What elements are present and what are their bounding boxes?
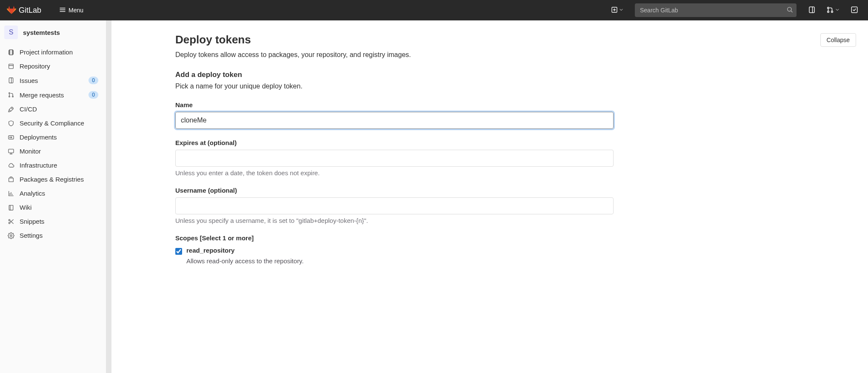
sidebar-item-infrastructure[interactable]: Infrastructure bbox=[3, 158, 103, 172]
sidebar-item-label: Monitor bbox=[20, 148, 98, 155]
token-name-input[interactable] bbox=[175, 112, 614, 129]
main-content: Deploy tokens Collapse Deploy tokens all… bbox=[111, 20, 868, 373]
sidebar-item-deployments[interactable]: Deployments bbox=[3, 130, 103, 144]
username-label: Username (optional) bbox=[175, 187, 614, 194]
scopes-label: Scopes [Select 1 or more] bbox=[175, 234, 614, 242]
sidebar-item-wiki[interactable]: Wiki bbox=[3, 200, 103, 214]
sidebar-item-label: CI/CD bbox=[20, 105, 98, 113]
book-icon bbox=[8, 204, 14, 211]
sidebar-item-label: Wiki bbox=[20, 204, 98, 211]
issues-icon bbox=[8, 77, 14, 84]
scope-description: Allows read-only access to the repositor… bbox=[186, 257, 614, 265]
issues-count-badge: 0 bbox=[89, 77, 98, 84]
sidebar-item-settings[interactable]: Settings bbox=[3, 228, 103, 242]
sidebar-item-label: Packages & Registries bbox=[20, 176, 98, 183]
monitor-icon bbox=[8, 148, 14, 155]
sidebar-item-cicd[interactable]: CI/CD bbox=[3, 102, 103, 116]
project-name: systemtests bbox=[23, 29, 60, 36]
mr-count-badge: 0 bbox=[89, 91, 98, 99]
add-token-heading: Add a deploy token bbox=[175, 71, 856, 79]
sidebar-item-label: Issues bbox=[20, 77, 83, 84]
project-sidebar: S systemtests Project information Reposi… bbox=[0, 20, 106, 373]
plus-square-icon bbox=[611, 6, 618, 14]
sidebar-item-label: Security & Compliance bbox=[20, 120, 98, 127]
chevron-down-icon bbox=[835, 7, 840, 14]
sidebar-item-analytics[interactable]: Analytics bbox=[3, 186, 103, 200]
repository-icon bbox=[8, 63, 14, 70]
package-icon bbox=[8, 176, 14, 183]
hamburger-icon bbox=[59, 6, 66, 14]
token-expires-input[interactable] bbox=[175, 150, 614, 167]
issues-nav-button[interactable] bbox=[805, 3, 819, 17]
expires-help-text: Unless you enter a date, the token does … bbox=[175, 169, 614, 177]
merge-request-icon bbox=[826, 6, 834, 15]
menu-label: Menu bbox=[69, 7, 83, 14]
add-token-description: Pick a name for your unique deploy token… bbox=[175, 83, 856, 90]
top-navbar: GitLab Menu bbox=[0, 0, 868, 20]
new-dropdown[interactable] bbox=[608, 5, 626, 16]
todo-icon bbox=[851, 6, 858, 15]
shield-icon bbox=[8, 120, 14, 127]
scope-name[interactable]: read_repository bbox=[186, 247, 234, 254]
svg-rect-30 bbox=[9, 178, 14, 182]
section-description: Deploy tokens allow access to packages, … bbox=[175, 51, 856, 59]
project-avatar: S bbox=[4, 26, 18, 39]
issues-icon bbox=[808, 6, 816, 15]
sidebar-item-merge-requests[interactable]: Merge requests 0 bbox=[3, 88, 103, 102]
sidebar-item-packages[interactable]: Packages & Registries bbox=[3, 172, 103, 186]
brand-text: GitLab bbox=[19, 6, 41, 15]
sidebar-item-label: Repository bbox=[20, 63, 98, 70]
menu-button[interactable]: Menu bbox=[55, 4, 88, 17]
chart-icon bbox=[8, 190, 14, 197]
username-help-text: Unless you specify a username, it is set… bbox=[175, 217, 614, 224]
scope-read-repository-checkbox[interactable] bbox=[175, 248, 182, 255]
deployments-icon bbox=[8, 134, 14, 141]
sidebar-item-snippets[interactable]: Snippets bbox=[3, 214, 103, 228]
sidebar-item-security[interactable]: Security & Compliance bbox=[3, 116, 103, 130]
sidebar-item-label: Analytics bbox=[20, 190, 98, 197]
sidebar-item-label: Snippets bbox=[20, 218, 98, 225]
search-input[interactable] bbox=[635, 3, 797, 17]
svg-rect-17 bbox=[9, 64, 14, 68]
merge-request-icon bbox=[8, 91, 14, 98]
project-info-icon bbox=[8, 49, 14, 56]
global-search bbox=[635, 3, 797, 17]
chevron-down-icon bbox=[619, 7, 624, 14]
svg-rect-36 bbox=[9, 205, 13, 210]
svg-point-24 bbox=[11, 108, 12, 108]
sidebar-item-project-information[interactable]: Project information bbox=[3, 45, 103, 59]
scissors-icon bbox=[8, 218, 14, 225]
sidebar-item-issues[interactable]: Issues 0 bbox=[3, 73, 103, 88]
rocket-icon bbox=[8, 106, 14, 113]
merge-requests-nav-button[interactable] bbox=[824, 4, 842, 17]
sidebar-scrollbar[interactable] bbox=[106, 20, 111, 373]
todos-nav-button[interactable] bbox=[848, 3, 861, 17]
sidebar-item-label: Merge requests bbox=[20, 91, 83, 99]
svg-rect-27 bbox=[9, 149, 14, 153]
name-label: Name bbox=[175, 101, 614, 108]
sidebar-item-label: Deployments bbox=[20, 134, 98, 141]
svg-rect-8 bbox=[809, 7, 814, 13]
gear-icon bbox=[8, 232, 14, 239]
sidebar-item-label: Project information bbox=[20, 48, 98, 56]
expires-label: Expires at (optional) bbox=[175, 139, 614, 146]
cloud-icon bbox=[8, 162, 14, 169]
sidebar-item-monitor[interactable]: Monitor bbox=[3, 144, 103, 158]
page-title: Deploy tokens bbox=[175, 33, 814, 46]
sidebar-item-repository[interactable]: Repository bbox=[3, 59, 103, 73]
sidebar-item-label: Settings bbox=[20, 232, 98, 239]
svg-rect-13 bbox=[851, 7, 857, 13]
token-username-input[interactable] bbox=[175, 197, 614, 214]
brand[interactable]: GitLab bbox=[7, 5, 41, 16]
sidebar-item-label: Infrastructure bbox=[20, 162, 98, 169]
svg-point-42 bbox=[10, 235, 12, 236]
gitlab-logo-icon bbox=[7, 5, 16, 16]
collapse-button[interactable]: Collapse bbox=[820, 33, 856, 47]
svg-point-26 bbox=[10, 137, 10, 137]
project-header[interactable]: S systemtests bbox=[0, 20, 106, 45]
